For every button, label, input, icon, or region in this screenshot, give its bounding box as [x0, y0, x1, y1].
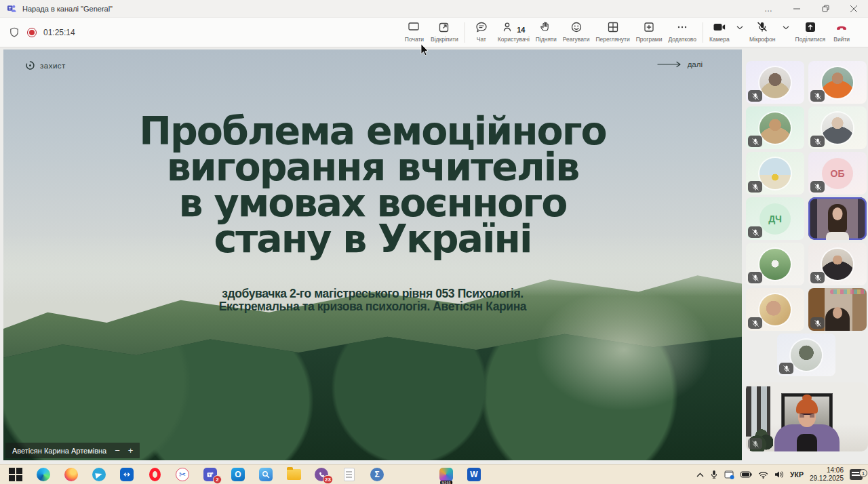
- restore-button[interactable]: [811, 0, 840, 17]
- tray-battery-icon[interactable]: [741, 471, 752, 478]
- toolbar-buttons: Почати Відкріпити Чат 14 Користувачі Під…: [404, 20, 852, 43]
- tray-teams-window-icon[interactable]: [724, 470, 734, 479]
- arrow-right-icon: [657, 61, 682, 68]
- tray-chevron-up[interactable]: [696, 472, 704, 477]
- minimize-button[interactable]: [783, 0, 811, 17]
- telegram-app-icon[interactable]: [92, 467, 106, 482]
- chat-button[interactable]: Чат: [471, 20, 492, 43]
- chat-icon: [475, 20, 488, 34]
- slide-subtitle-line: здобувачка 2-го магістреського рівня 053…: [3, 287, 742, 300]
- participant-tile[interactable]: ДЧ: [746, 197, 804, 240]
- apps-button[interactable]: Програми: [636, 20, 663, 43]
- slide-brand: захист: [25, 60, 66, 70]
- popout-button[interactable]: Відкріпити: [431, 20, 458, 43]
- mic-muted-badge: [748, 136, 762, 147]
- chevron-down-icon: [736, 26, 743, 30]
- participant-tile[interactable]: [746, 106, 804, 149]
- mic-muted-badge: [810, 181, 825, 193]
- copilot-app-icon[interactable]: M365: [439, 467, 454, 482]
- viber-app-icon[interactable]: 23: [314, 467, 329, 482]
- avatar-initials: ОБ: [822, 158, 853, 189]
- smiley-icon: [570, 20, 583, 34]
- more-button[interactable]: Додатково: [668, 20, 696, 43]
- mic-options-chevron[interactable]: [783, 26, 789, 30]
- close-icon: [850, 5, 857, 12]
- participant-tile[interactable]: [746, 243, 804, 285]
- mic-muted-badge: [810, 272, 825, 283]
- teams-app-icon[interactable]: 2: [203, 467, 218, 482]
- file-explorer-icon[interactable]: [286, 467, 301, 482]
- window-controls: …: [754, 0, 868, 17]
- teamviewer-app-icon[interactable]: [119, 467, 134, 482]
- opera-app-icon[interactable]: [147, 467, 162, 482]
- presenter-name-label: Аветісян Карина Артемівна: [12, 447, 106, 455]
- mic-muted-badge: [810, 317, 825, 329]
- windows-logo-icon: [9, 468, 22, 481]
- tray-mic-icon[interactable]: [710, 470, 718, 479]
- math-app-icon[interactable]: Σ: [370, 467, 384, 482]
- double-arrow-icon: [122, 471, 132, 478]
- record-dot-icon: [27, 28, 37, 37]
- video-person-glasses: [800, 414, 814, 418]
- video-person-shirt: [826, 232, 849, 240]
- titlebar-more-button[interactable]: …: [754, 0, 783, 17]
- camera-options-chevron[interactable]: [736, 26, 743, 30]
- system-tray: УКР 14:06 29.12.2025 1: [696, 466, 863, 483]
- raise-hand-button[interactable]: Підняти: [536, 20, 557, 43]
- hang-up-icon: [833, 20, 850, 34]
- speaker-icon: [774, 470, 784, 479]
- leave-button[interactable]: Вийти: [831, 20, 852, 43]
- tray-volume-icon[interactable]: [774, 470, 784, 479]
- tray-clock[interactable]: 14:06 29.12.2025: [810, 466, 844, 483]
- tray-language[interactable]: УКР: [790, 470, 804, 479]
- video-person-face: [833, 207, 843, 220]
- avatar: [822, 113, 853, 144]
- mic-button[interactable]: Мікрофон: [749, 20, 776, 43]
- start-button[interactable]: [8, 467, 23, 482]
- view-button[interactable]: Переглянути: [595, 20, 629, 43]
- brand-logo-icon: [25, 60, 35, 70]
- firefox-app-icon[interactable]: [64, 467, 79, 482]
- zoom-out-button[interactable]: −: [115, 445, 120, 456]
- recording-indicator: 01:25:14: [8, 18, 75, 47]
- people-icon: [502, 20, 515, 34]
- people-button[interactable]: 14 Користувачі: [498, 20, 530, 43]
- participant-tile[interactable]: [746, 152, 804, 195]
- outlook-app-icon[interactable]: O: [231, 467, 245, 482]
- tray-wifi-icon[interactable]: [758, 471, 768, 479]
- window-title: Нарада в каналі "General": [22, 5, 113, 13]
- zoom-in-button[interactable]: +: [128, 445, 134, 456]
- participant-tile[interactable]: [777, 334, 835, 376]
- search-app-icon[interactable]: [258, 467, 273, 482]
- teams-logo-icon: [7, 3, 17, 14]
- video-person-shirt: [797, 434, 817, 451]
- participant-tile[interactable]: [808, 61, 867, 104]
- notification-center-button[interactable]: 1: [850, 469, 863, 480]
- close-button[interactable]: [840, 0, 868, 17]
- participant-tile[interactable]: ОБ: [808, 152, 867, 195]
- mic-muted-badge: [748, 438, 762, 449]
- share-start-button[interactable]: Почати: [404, 20, 425, 43]
- react-button[interactable]: Реагувати: [563, 20, 590, 43]
- slide-next: далі: [657, 60, 703, 68]
- self-video-tile[interactable]: [746, 382, 868, 451]
- video-room-lights: [830, 289, 865, 294]
- participant-tile[interactable]: [808, 106, 867, 149]
- meeting-timer: 01:25:14: [43, 28, 75, 37]
- participant-tile[interactable]: [808, 243, 867, 285]
- avatar: [822, 249, 853, 280]
- slide-brand-label: захист: [40, 62, 66, 70]
- participant-video-tile[interactable]: [808, 288, 867, 331]
- participant-tile[interactable]: [746, 61, 804, 104]
- word-app-icon[interactable]: W: [467, 467, 481, 482]
- notepad-app-icon[interactable]: [342, 467, 357, 482]
- mic-muted-badge: [748, 272, 762, 283]
- snip-app-icon[interactable]: ✂: [175, 467, 190, 482]
- camera-button[interactable]: Камера: [709, 20, 730, 43]
- participant-tile[interactable]: [746, 288, 804, 331]
- share-button[interactable]: Поділитися: [795, 20, 826, 43]
- edge-app-icon[interactable]: [36, 467, 51, 482]
- add-app-icon: [642, 20, 656, 34]
- active-speaker-tile[interactable]: [808, 197, 867, 240]
- camera-icon: [712, 20, 727, 34]
